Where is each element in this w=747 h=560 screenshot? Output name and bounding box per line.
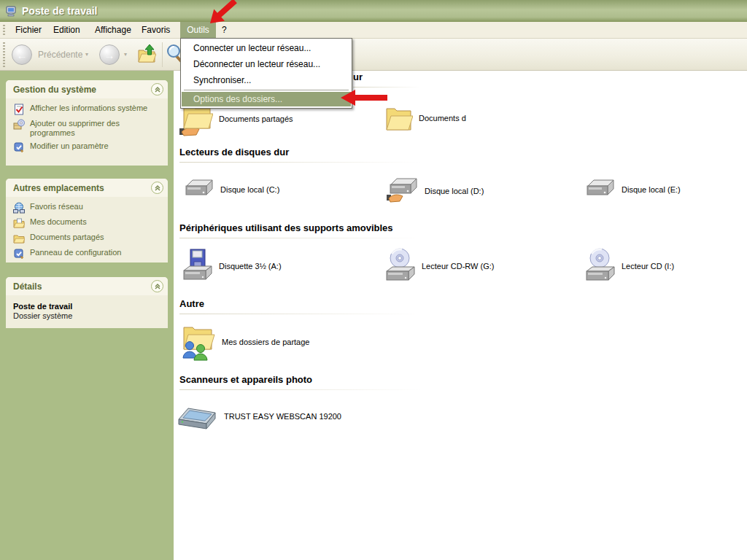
item-label: Disque local (C:) <box>220 185 279 194</box>
menuitem-synchroniser[interactable]: Synchroniser... <box>182 72 351 88</box>
link-label: Documents partagés <box>30 233 104 242</box>
shared-folders-users-icon <box>179 323 216 361</box>
link-mes-documents[interactable]: Mes documents <box>13 217 163 229</box>
hard-drive-icon <box>584 178 616 201</box>
add-remove-programs-icon <box>13 119 25 131</box>
section-rule <box>179 162 420 163</box>
section-rule <box>179 238 420 238</box>
panel-gestion-title: Gestion du système <box>13 85 96 95</box>
panel-autres-emplacements: Autres emplacements Favoris réseau <box>6 179 168 262</box>
item-label: Disque local (D:) <box>425 187 484 195</box>
details-item-name: Poste de travail <box>13 302 163 311</box>
link-label: Afficher les informations système <box>30 104 147 113</box>
menu-favoris[interactable]: Favoris <box>137 22 174 38</box>
poste-de-travail-window: { "window": { "title": "Poste de travail… <box>0 0 747 560</box>
item-label: Mes dossiers de partage <box>222 338 309 346</box>
menuitem-connecter-lecteur-reseau[interactable]: Connecter un lecteur réseau... <box>182 40 351 56</box>
item-label: Documents d <box>419 114 466 122</box>
section-header-supports-amovibles: Périphériques utilisant des supports amo… <box>179 222 393 233</box>
link-panneau-de-configuration[interactable]: Panneau de configuration <box>13 248 163 260</box>
hard-drive-shared-icon <box>387 176 419 206</box>
menuitem-deconnecter-lecteur-reseau[interactable]: Déconnecter un lecteur réseau... <box>182 56 351 72</box>
cd-drive-icon <box>584 247 616 285</box>
panel-gestion-header[interactable]: Gestion du système <box>6 80 168 98</box>
back-icon: ← <box>17 49 28 61</box>
collapse-button[interactable] <box>151 83 163 96</box>
item-disque-local-c[interactable]: Disque local (C:) <box>182 177 279 202</box>
folder-content-area: ur Documents partagés Documents d Lecteu… <box>174 71 747 560</box>
item-label: TRUST EASY WEBSCAN 19200 <box>224 412 341 421</box>
menubar-grip[interactable] <box>3 25 5 36</box>
tools-dropdown-menu: Connecter un lecteur réseau... Déconnect… <box>180 38 352 109</box>
item-label: Lecteur CD (I:) <box>622 262 674 271</box>
arrow-to-options-des-dossiers <box>338 88 390 107</box>
item-label: Disquette 3½ (A:) <box>219 262 282 271</box>
section-rule <box>179 389 420 390</box>
item-label: Lecteur CD-RW (G:) <box>422 262 494 271</box>
menu-separator <box>184 90 349 90</box>
toolbar-separator <box>162 42 163 67</box>
chevron-double-up-icon <box>154 184 161 192</box>
item-disque-local-d[interactable]: Disque local (D:) <box>387 177 484 205</box>
item-lecteur-cd-rw-g[interactable]: Lecteur CD-RW (G:) <box>384 247 494 285</box>
chevron-double-up-icon <box>154 86 161 93</box>
system-info-icon <box>13 104 25 115</box>
folder-icon <box>385 104 413 133</box>
back-button-label[interactable]: Précédente <box>38 50 82 60</box>
back-button[interactable]: ← <box>12 44 32 65</box>
menubar: Fichier Edition Affichage Favoris Outils… <box>0 22 747 39</box>
section-rule <box>353 87 420 88</box>
scanner-icon <box>177 399 218 434</box>
details-item-type: Dossier système <box>13 311 163 320</box>
menuitem-options-des-dossiers[interactable]: Options des dossiers... <box>182 92 351 106</box>
back-dropdown-chevron-icon[interactable]: ▾ <box>85 51 88 58</box>
network-places-icon <box>13 202 25 214</box>
menu-fichier[interactable]: Fichier <box>11 22 46 38</box>
panel-details-header[interactable]: Détails <box>6 277 168 295</box>
link-label: Favoris réseau <box>30 202 83 211</box>
item-lecteur-cd-i[interactable]: Lecteur CD (I:) <box>584 247 674 285</box>
forward-button[interactable]: → <box>99 44 120 65</box>
files-section-header-fragment: ur <box>353 71 363 82</box>
item-disquette-a[interactable]: Disquette 3½ (A:) <box>181 247 282 285</box>
collapse-button[interactable] <box>151 280 163 292</box>
panel-gestion-du-systeme: Gestion du système Afficher les informat… <box>6 80 168 166</box>
arrow-to-outils-menu <box>201 0 247 29</box>
section-header-scanneurs: Scanneurs et appareils photo <box>179 374 312 385</box>
link-label: Panneau de configuration <box>30 248 121 257</box>
section-rule <box>179 314 420 314</box>
panel-autres-title: Autres emplacements <box>13 183 104 193</box>
link-afficher-informations-systeme[interactable]: Afficher les informations système <box>13 104 163 115</box>
link-label: Ajouter ou supprimer des programmes <box>30 119 150 138</box>
change-setting-icon <box>13 141 25 153</box>
link-modifier-un-parametre[interactable]: Modifier un paramètre <box>13 141 163 153</box>
toolbar-grip[interactable] <box>3 42 5 67</box>
item-documents-d[interactable]: Documents d <box>385 103 466 133</box>
my-computer-icon <box>6 5 18 17</box>
collapse-button[interactable] <box>151 182 163 194</box>
task-pane-sidebar: Gestion du système Afficher les informat… <box>0 71 174 560</box>
forward-icon: → <box>104 49 115 61</box>
item-disque-local-e[interactable]: Disque local (E:) <box>584 177 681 202</box>
forward-dropdown-chevron-icon[interactable]: ▾ <box>124 51 127 58</box>
link-label: Mes documents <box>30 217 87 227</box>
item-trust-easy-webscan[interactable]: TRUST EASY WEBSCAN 19200 <box>177 398 341 435</box>
item-label: Documents partagés <box>219 114 293 123</box>
panel-details: Détails Poste de travail Dossier système <box>6 277 168 328</box>
menu-affichage[interactable]: Affichage <box>90 22 136 38</box>
titlebar: Poste de travail <box>0 0 747 22</box>
menu-edition[interactable]: Edition <box>49 22 85 38</box>
item-label: Disque local (E:) <box>622 185 681 194</box>
item-mes-dossiers-de-partage[interactable]: Mes dossiers de partage <box>179 322 309 362</box>
window-title: Poste de travail <box>22 5 98 17</box>
up-folder-icon[interactable] <box>137 44 156 64</box>
panel-autres-header[interactable]: Autres emplacements <box>6 179 168 197</box>
hard-drive-icon <box>182 178 214 201</box>
link-ajouter-supprimer-programmes[interactable]: Ajouter ou supprimer des programmes <box>13 119 163 138</box>
floppy-drive-icon <box>181 248 213 284</box>
link-favoris-reseau[interactable]: Favoris réseau <box>13 202 163 214</box>
cd-drive-icon <box>384 247 416 285</box>
section-header-disques-dur: Lecteurs de disques dur <box>179 147 289 158</box>
control-panel-icon <box>13 248 25 260</box>
link-documents-partages[interactable]: Documents partagés <box>13 233 163 244</box>
